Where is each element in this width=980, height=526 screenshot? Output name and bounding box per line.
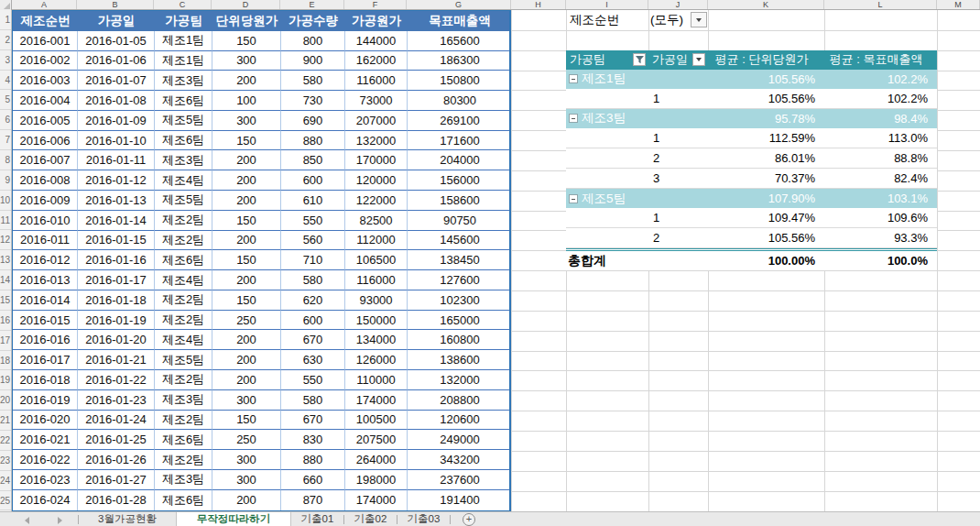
pivot-avg-target-sales-cell[interactable]: 102.2%: [824, 89, 937, 108]
table-cell[interactable]: 158600: [408, 191, 511, 211]
table-cell[interactable]: 132000: [408, 370, 511, 390]
table-cell[interactable]: 200: [212, 191, 281, 211]
pivot-avg-target-sales-cell[interactable]: 88.8%: [824, 148, 937, 168]
row-number-17[interactable]: 17: [0, 331, 11, 351]
table-cell[interactable]: 630: [281, 350, 345, 370]
pivot-day-cell[interactable]: [648, 189, 708, 208]
table-cell[interactable]: 165600: [408, 31, 511, 51]
row-number-4[interactable]: 4: [0, 71, 11, 91]
table-cell[interactable]: 300: [212, 111, 281, 131]
table-cell[interactable]: 150: [212, 31, 281, 51]
table-cell[interactable]: 200: [212, 370, 281, 390]
pivot-avg-target-sales-cell[interactable]: 98.4%: [824, 109, 937, 128]
table-cell[interactable]: 2016-006: [13, 131, 78, 151]
table-cell[interactable]: 제조6팀: [155, 250, 212, 270]
table-cell[interactable]: 106500: [345, 250, 408, 270]
pivot-team-cell[interactable]: [566, 228, 648, 247]
table-cell[interactable]: 2016-022: [13, 450, 78, 470]
table-cell[interactable]: 2016-01-14: [78, 211, 155, 231]
table-cell[interactable]: 2016-01-22: [78, 370, 155, 390]
pivot-team-cell[interactable]: [566, 89, 648, 108]
table-cell[interactable]: 2016-01-13: [78, 191, 155, 211]
table-cell[interactable]: 800: [281, 31, 345, 51]
table-cell[interactable]: 144000: [345, 31, 408, 51]
pivot-avg-target-sales-cell[interactable]: 82.4%: [824, 169, 937, 188]
table-cell[interactable]: 2016-021: [13, 430, 78, 450]
table-cell[interactable]: 162000: [345, 51, 408, 71]
table-cell[interactable]: 116000: [345, 270, 408, 290]
table-cell[interactable]: 250: [212, 430, 281, 450]
table-cell[interactable]: 제조1팀: [155, 51, 212, 71]
table-cell[interactable]: 207000: [345, 111, 408, 131]
table-cell[interactable]: 제조2팀: [155, 370, 212, 390]
pivot-avg-target-sales-cell[interactable]: 93.3%: [824, 228, 937, 247]
table-cell[interactable]: 150: [212, 250, 281, 270]
table-cell[interactable]: 300: [212, 390, 281, 411]
table-cell[interactable]: 138600: [408, 350, 511, 370]
table-cell[interactable]: 174000: [345, 390, 408, 411]
table-cell[interactable]: 2016-01-20: [78, 330, 155, 350]
tab-scroll-right-icon[interactable]: [58, 517, 62, 524]
table-cell[interactable]: 264000: [345, 450, 408, 470]
table-cell[interactable]: 900: [281, 51, 345, 71]
table-cell[interactable]: 300: [212, 51, 281, 71]
pivot-team-cell[interactable]: [566, 208, 648, 227]
table-cell[interactable]: 150: [212, 211, 281, 231]
column-letter-J[interactable]: J: [648, 0, 708, 9]
row-number-21[interactable]: 21: [0, 411, 11, 431]
table-cell[interactable]: 165000: [408, 311, 511, 331]
table-cell[interactable]: 2016-005: [13, 111, 78, 131]
table-cell[interactable]: 830: [281, 430, 345, 450]
table-cell[interactable]: 2016-01-23: [78, 390, 155, 411]
table-cell[interactable]: 249000: [408, 430, 511, 450]
table-cell[interactable]: 150: [212, 411, 281, 431]
sheet-tab-기출03[interactable]: 기출03: [397, 512, 450, 526]
table-cell[interactable]: 2016-01-15: [78, 231, 155, 251]
table-cell[interactable]: 2016-01-24: [78, 411, 155, 431]
table-cell[interactable]: 제조3팀: [155, 71, 212, 91]
table-cell[interactable]: 제조4팀: [155, 330, 212, 350]
table-cell[interactable]: 2016-01-18: [78, 290, 155, 311]
table-cell[interactable]: 145600: [408, 231, 511, 251]
table-cell[interactable]: 2016-01-12: [78, 170, 155, 191]
table-cell[interactable]: 2016-004: [13, 91, 78, 111]
row-number-14[interactable]: 14: [0, 270, 11, 290]
row-number-15[interactable]: 15: [0, 290, 11, 311]
pivot-avg-target-sales-cell[interactable]: 102.2%: [824, 70, 937, 89]
table-cell[interactable]: 제조3팀: [155, 150, 212, 170]
team-filter-button[interactable]: [633, 53, 646, 66]
pivot-avg-unit-cost-cell[interactable]: 86.01%: [708, 148, 824, 168]
table-cell[interactable]: 200: [212, 490, 281, 510]
table-cell[interactable]: 2016-007: [13, 150, 78, 170]
table-cell[interactable]: 2016-01-19: [78, 311, 155, 331]
table-cell[interactable]: 2016-01-06: [78, 51, 155, 71]
table-cell[interactable]: 174000: [345, 490, 408, 510]
table-cell[interactable]: 2016-01-21: [78, 350, 155, 370]
new-sheet-button[interactable]: +: [463, 513, 475, 526]
table-cell[interactable]: 560: [281, 231, 345, 251]
table-cell[interactable]: 204000: [408, 150, 511, 170]
table-cell[interactable]: 2016-01-05: [78, 31, 155, 51]
table-header-cell[interactable]: 가공일: [78, 11, 155, 31]
table-cell[interactable]: 880: [281, 131, 345, 151]
table-cell[interactable]: 2016-01-25: [78, 430, 155, 450]
table-header-cell[interactable]: 제조순번: [13, 11, 78, 31]
table-cell[interactable]: 2016-014: [13, 290, 78, 311]
table-cell[interactable]: 122000: [345, 191, 408, 211]
row-number-2[interactable]: 2: [0, 30, 11, 50]
day-dropdown-button[interactable]: [692, 53, 705, 66]
table-cell[interactable]: 2016-01-09: [78, 111, 155, 131]
pivot-avg-unit-cost-cell[interactable]: 105.56%: [708, 70, 824, 89]
table-cell[interactable]: 150800: [408, 71, 511, 91]
row-number-8[interactable]: 8: [0, 150, 11, 170]
table-cell[interactable]: 207500: [345, 430, 408, 450]
pivot-avg-target-sales-cell[interactable]: 109.6%: [824, 208, 937, 227]
column-letter-H[interactable]: H: [511, 0, 566, 9]
table-cell[interactable]: 제조2팀: [155, 290, 212, 311]
table-cell[interactable]: 2016-010: [13, 211, 78, 231]
table-cell[interactable]: 2016-020: [13, 411, 78, 431]
column-letter-M[interactable]: M: [937, 0, 980, 9]
table-cell[interactable]: 550: [281, 370, 345, 390]
pivot-team-cell[interactable]: [566, 169, 648, 188]
table-cell[interactable]: 300: [212, 450, 281, 470]
